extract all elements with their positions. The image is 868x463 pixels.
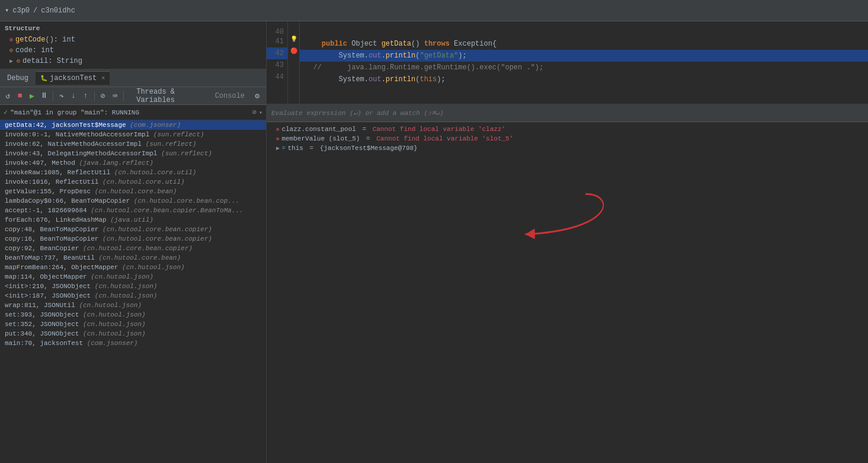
expand-this-icon[interactable]: ▶ <box>276 145 280 152</box>
expand-arrow-icon: ▶ <box>9 58 13 65</box>
stack-frame-11[interactable]: copy:48, BeanToMapCopier (cn.hutool.core… <box>0 225 266 234</box>
console-tab-label[interactable]: Console <box>210 92 249 100</box>
error-icon-clazz: ⊗ <box>276 126 279 133</box>
eval-expression-input[interactable] <box>271 110 863 117</box>
tab-close-button[interactable]: × <box>101 75 105 82</box>
step-into-button[interactable]: ↓ <box>68 90 79 103</box>
structure-section: Structure ⊗ getCode(): int ⊙ code: int ▶… <box>0 21 266 69</box>
orange-circle-icon: ⊙ <box>17 58 20 65</box>
structure-item-detail[interactable]: ▶ ⊙ detail: String <box>0 56 266 66</box>
hint-icon: 💡 <box>290 36 297 43</box>
var-item-membervalue[interactable]: ⊗ memberValue (slot_5) = Cannot find loc… <box>267 134 868 143</box>
error-icon-member: ⊗ <box>276 136 279 142</box>
dropdown-arrow-icon: ▾ <box>5 6 9 15</box>
structure-item-code[interactable]: ⊙ code: int <box>0 45 266 56</box>
breadcrumb: ▾ c3p0 / c3n0idhc <box>5 6 75 15</box>
code-line-44: System.out.println(this); <box>305 74 863 85</box>
pause-button[interactable]: ⏸ <box>39 90 49 103</box>
stack-frame-14[interactable]: beanToMap:737, BeanUtil (cn.hutool.core.… <box>0 253 266 263</box>
rerun-button[interactable]: ↺ <box>2 90 13 103</box>
var-item-clazz[interactable]: ⊗ clazz.constant_pool = Cannot find loca… <box>267 124 868 134</box>
red-circle-icon: ⊗ <box>9 36 13 43</box>
stop-button[interactable]: ■ <box>14 90 25 103</box>
thread-dropdown-icon[interactable]: ▾ <box>259 109 262 116</box>
settings-button[interactable]: ⚙ <box>251 90 264 103</box>
jackson-tab-label: jacksonTest <box>50 74 97 82</box>
stack-trace-list[interactable]: getData:42, jacksonTest$Message (com.jso… <box>0 120 266 463</box>
variables-area: ⊗ clazz.constant_pool = Cannot find loca… <box>267 104 868 463</box>
stack-frame-3[interactable]: invoke:43, DelegatingMethodAccessorImpl … <box>0 149 266 158</box>
separator: / <box>33 7 37 15</box>
node2-label: c3n0idhc <box>41 7 75 15</box>
toolbar-separator <box>53 91 53 101</box>
var-item-this[interactable]: ▶ ≡ this = {jacksonTest$Message@798} <box>267 143 868 153</box>
evaluate-button[interactable]: ⌨ <box>110 90 120 103</box>
structure-header: Structure <box>0 24 266 34</box>
orange-circle-icon: ⊙ <box>9 47 13 54</box>
stack-frame-23[interactable]: main:70, jacksonTest (com.jsonser) <box>0 339 266 348</box>
right-panel: 40 41 42 43 44 💡 🔴 public Object getData… <box>267 21 868 463</box>
stack-frame-20[interactable]: set:393, JSONObject (cn.hutool.json) <box>0 310 266 320</box>
running-check-icon: ✓ <box>4 108 8 117</box>
variables-list: ⊗ clazz.constant_pool = Cannot find loca… <box>267 122 868 463</box>
structure-item-label: code: int <box>15 46 54 55</box>
gutter: 💡 🔴 <box>288 21 300 104</box>
stack-frame-9[interactable]: accept:-1, 1826699684 (cn.hutool.core.be… <box>0 206 266 215</box>
stack-frame-1[interactable]: invoke:0:-1, NativeMethodAccessorImpl (s… <box>0 130 266 139</box>
stack-frame-10[interactable]: forEach:676, LinkedHashMap (java.util) <box>0 215 266 225</box>
tab-jackson[interactable]: 🐛 jacksonTest × <box>36 71 110 85</box>
structure-item-label: detail: String <box>23 57 82 65</box>
stack-frame-8[interactable]: lambdaCopy$0:66, BeanToMapCopier (cn.hut… <box>0 196 266 206</box>
arrow-annotation <box>267 122 868 463</box>
code-line-43: // java.lang.Runtime.getRuntime().exec("… <box>305 62 863 74</box>
toolbar-separator3 <box>123 91 124 101</box>
stack-frame-4[interactable]: invoke:497, Method (java.lang.reflect) <box>0 158 266 168</box>
structure-item-getcode[interactable]: ⊗ getCode(): int <box>0 34 266 45</box>
tab-debug[interactable]: Debug <box>2 72 33 85</box>
bug-icon: 🐛 <box>40 75 47 82</box>
breakpoint-icon: 🔴 <box>290 47 297 55</box>
main-layout: Structure ⊗ getCode(): int ⊙ code: int ▶… <box>0 21 868 463</box>
code-area: 40 41 42 43 44 💡 🔴 public Object getData… <box>267 21 868 104</box>
threads-variables-label: Threads & Variables <box>132 88 209 104</box>
line-numbers: 40 41 42 43 44 <box>267 21 288 104</box>
left-panel: Structure ⊗ getCode(): int ⊙ code: int ▶… <box>0 21 267 463</box>
stack-frame-6[interactable]: invoke:1016, ReflectUtil (cn.hutool.core… <box>0 177 266 187</box>
stack-frame-15[interactable]: mapFromBean:264, ObjectMapper (cn.hutool… <box>0 263 266 272</box>
stack-frame-0[interactable]: getData:42, jacksonTest$Message (com.jso… <box>0 120 266 130</box>
debug-tab-label: Debug <box>7 74 28 82</box>
stack-frame-5[interactable]: invokeRaw:1085, ReflectUtil (cn.hutool.c… <box>0 168 266 177</box>
stack-frame-7[interactable]: getValue:155, PropDesc (cn.hutool.core.b… <box>0 187 266 196</box>
thread-status-bar: ✓ "main"@1 in group "main": RUNNING ⊘ ▾ <box>0 105 266 120</box>
stack-frame-12[interactable]: copy:16, BeanToMapCopier (cn.hutool.core… <box>0 234 266 244</box>
step-out-button[interactable]: ↑ <box>80 90 91 103</box>
toolbar-separator2 <box>94 91 95 101</box>
stack-frame-19[interactable]: wrap:811, JSONUtil (cn.hutool.json) <box>0 301 266 310</box>
stack-frame-17[interactable]: <init>:210, JSONObject (cn.hutool.json) <box>0 282 266 291</box>
top-bar: ▾ c3p0 / c3n0idhc <box>0 0 868 21</box>
object-icon-this: ≡ <box>282 145 285 151</box>
toolbar-right: ⚙ <box>251 90 264 103</box>
code-line-40 <box>305 26 863 38</box>
node1-label: c3p0 <box>12 7 30 15</box>
stack-frame-22[interactable]: put:340, JSONObject (cn.hutool.json) <box>0 329 266 339</box>
filter-icon[interactable]: ⊘ <box>252 108 257 117</box>
debug-tabs: Debug 🐛 jacksonTest × <box>0 69 266 87</box>
thread-status-text: "main"@1 in group "main": RUNNING <box>10 109 139 116</box>
stack-frame-16[interactable]: map:114, ObjectMapper (cn.hutool.json) <box>0 272 266 282</box>
stack-frame-18[interactable]: <init>:187, JSONObject (cn.hutool.json) <box>0 291 266 301</box>
debug-toolbar: ↺ ■ ▶ ⏸ ↷ ↓ ↑ ⊘ ⌨ Threads & Variables Co… <box>0 87 266 105</box>
code-content: public Object getData() throws Exception… <box>300 21 868 104</box>
stack-frame-2[interactable]: invoke:62, NativeMethodAccessorImpl (sun… <box>0 139 266 149</box>
step-over-button[interactable]: ↷ <box>56 90 66 103</box>
structure-item-label: getCode(): int <box>15 36 75 44</box>
variables-toolbar <box>267 104 868 122</box>
code-line-41: public Object getData() throws Exception… <box>305 38 863 50</box>
stack-frame-21[interactable]: set:352, JSONObject (cn.hutool.json) <box>0 320 266 329</box>
stack-frame-13[interactable]: copy:92, BeanCopier (cn.hutool.core.bean… <box>0 244 266 253</box>
code-line-42: System.out.println("getData"); <box>300 50 868 62</box>
mute-breakpoints-button[interactable]: ⊘ <box>98 90 108 103</box>
resume-button[interactable]: ▶ <box>27 90 37 103</box>
